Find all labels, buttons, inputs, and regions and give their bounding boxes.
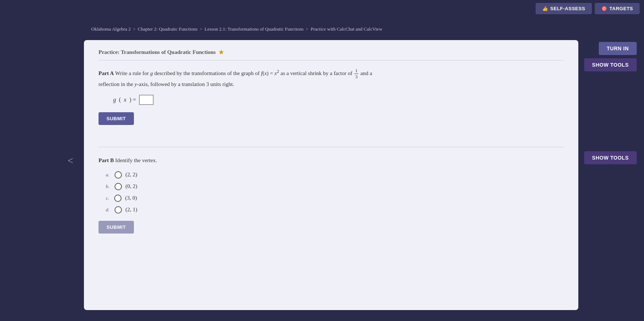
list-item: d. (2, 1) (106, 206, 564, 214)
star-icon: ★ (219, 49, 224, 56)
part-a-desc1: described by the transformations of the … (154, 70, 261, 76)
top-bar: 👍 SELF-ASSESS 🎯 TARGETS (531, 0, 644, 17)
fraction-one-third: 1 3 (354, 68, 358, 79)
breadcrumb: Oklahoma Algebra 2 > Chapter 2: Quadrati… (84, 26, 644, 32)
part-a-gx4: ) = (129, 97, 136, 103)
breadcrumb-item-2[interactable]: Chapter 2: Quadratic Functions (138, 26, 198, 32)
part-a-g: g (150, 70, 153, 76)
list-item: b. (0, 2) (106, 183, 564, 190)
part-b-label: Part B (99, 157, 114, 163)
option-d-radio[interactable] (115, 206, 122, 214)
part-b-description: Part B Identify the vertex. (99, 156, 564, 165)
show-tools-top-button[interactable]: SHOW TOOLS (584, 58, 637, 71)
part-a-gx3: x (124, 97, 126, 103)
targets-label: TARGETS (609, 6, 633, 11)
option-a-letter: a. (106, 172, 109, 178)
part-b-submit-button[interactable]: SUBMIT (99, 221, 134, 234)
option-b-radio[interactable] (115, 183, 122, 190)
part-a-desc3: and a (360, 70, 372, 76)
part-a-section: Part A Write a rule for g described by t… (99, 68, 564, 136)
part-a-submit-button[interactable]: SUBMIT (99, 112, 134, 125)
section-divider (99, 147, 564, 147)
targets-button[interactable]: 🎯 TARGETS (595, 3, 640, 14)
part-a-gx2: ( (119, 97, 121, 103)
part-b-options: a. (2, 2) b. (0, 2) c. (3, 0) d. (2, 1) (99, 171, 564, 214)
list-item: a. (2, 2) (106, 171, 564, 179)
part-a-fx3: ) = (267, 70, 274, 76)
part-a-intro: Write a rule for (115, 70, 150, 76)
list-item: c. (3, 0) (106, 195, 564, 202)
option-b-letter: b. (106, 184, 109, 189)
show-tools-bottom-button[interactable]: SHOW TOOLS (584, 151, 637, 164)
part-a-math-line: g(x) = (99, 95, 564, 105)
breadcrumb-item-3[interactable]: Lesson 2.1: Transformations of Quadratic… (205, 26, 304, 32)
part-a-desc2: as a vertical shrink by a factor of (281, 70, 354, 76)
option-a-value: (2, 2) (126, 172, 138, 178)
part-a-x2: x (274, 70, 277, 76)
part-a-gx: g (113, 97, 116, 103)
part-a-label: Part A (99, 70, 114, 76)
main-content-card: Practice: Transformations of Quadratic F… (84, 40, 578, 310)
part-b-section: Part B Identify the vertex. a. (2, 2) b.… (99, 156, 564, 244)
option-c-letter: c. (106, 195, 109, 201)
breadcrumb-item-1[interactable]: Oklahoma Algebra 2 (91, 26, 131, 32)
breadcrumb-item-4[interactable]: Practice with CalcChat and CalcView (311, 26, 382, 32)
part-a-description: Part A Write a rule for g described by t… (99, 68, 564, 89)
option-a-radio[interactable] (115, 171, 122, 179)
part-a-desc4: reflection in the (99, 81, 135, 87)
practice-title-text: Practice: Transformations of Quadratic F… (99, 49, 216, 55)
left-arrow-button[interactable]: < (68, 155, 73, 167)
part-a-answer-input[interactable] (139, 95, 154, 105)
part-a-sq: 2 (277, 69, 279, 74)
option-c-radio[interactable] (114, 195, 122, 202)
practice-title: Practice: Transformations of Quadratic F… (99, 49, 564, 60)
thumbs-up-icon: 👍 (542, 6, 548, 11)
turn-in-button[interactable]: TURN IN (599, 42, 637, 55)
self-assess-label: SELF-ASSESS (550, 6, 585, 11)
option-c-value: (3, 0) (125, 195, 137, 201)
self-assess-button[interactable]: 👍 SELF-ASSESS (536, 3, 592, 14)
option-d-letter: d. (106, 207, 109, 213)
breadcrumb-sep-2: > (200, 26, 202, 32)
part-b-desc: Identify the vertex. (115, 157, 157, 163)
part-a-desc5: -axis, followed by a translation 3 units… (137, 81, 234, 87)
breadcrumb-sep-1: > (133, 26, 135, 32)
option-b-value: (0, 2) (126, 183, 138, 189)
option-d-value: (2, 1) (126, 207, 138, 213)
targets-icon: 🎯 (601, 6, 608, 11)
breadcrumb-sep-3: > (306, 26, 308, 32)
